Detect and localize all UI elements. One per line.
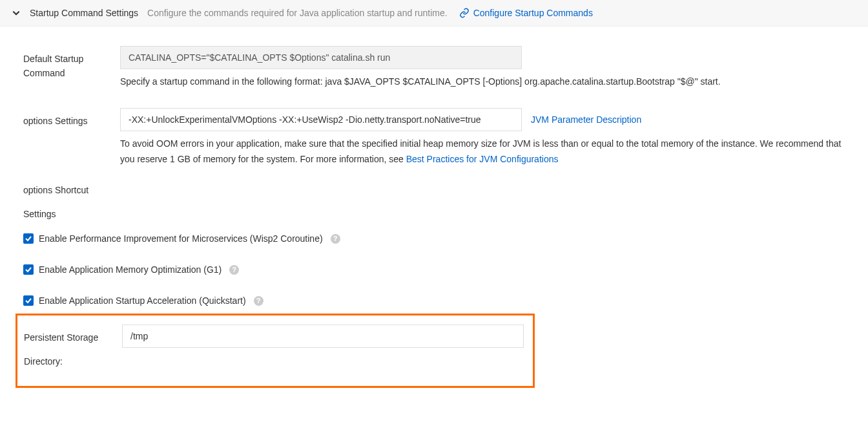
best-practices-link[interactable]: Best Practices for JVM Configurations — [406, 154, 559, 164]
options-settings-row: options Settings JVM Parameter Descripti… — [23, 108, 845, 167]
section-title: Startup Command Settings — [30, 8, 138, 18]
help-icon[interactable]: ? — [254, 296, 264, 306]
default-startup-row: Default Startup Command Specify a startu… — [23, 46, 845, 90]
checkbox-row-quickstart: Enable Application Startup Acceleration … — [23, 295, 845, 306]
checkbox-g1[interactable] — [23, 264, 34, 275]
options-settings-label: options Settings — [23, 108, 120, 128]
link-icon — [459, 8, 470, 18]
default-startup-help: Specify a startup command in the followi… — [120, 74, 845, 90]
jvm-parameter-description-link[interactable]: JVM Parameter Description — [531, 114, 641, 125]
help-icon[interactable]: ? — [229, 265, 239, 275]
persistent-storage-input[interactable] — [122, 325, 524, 348]
checkbox-quickstart-label[interactable]: Enable Application Startup Acceleration … — [39, 295, 246, 306]
checkbox-g1-label[interactable]: Enable Application Memory Optimization (… — [39, 264, 222, 275]
checkbox-row-wisp2: Enable Performance Improvement for Micro… — [23, 233, 845, 244]
checkbox-row-g1: Enable Application Memory Optimization (… — [23, 264, 845, 275]
help-icon[interactable]: ? — [331, 234, 340, 244]
form-content: Default Startup Command Specify a startu… — [0, 27, 868, 414]
default-startup-input — [120, 46, 522, 69]
section-header: Startup Command Settings Configure the c… — [0, 0, 868, 27]
configure-startup-commands-label: Configure Startup Commands — [473, 8, 593, 18]
options-settings-input[interactable] — [120, 108, 522, 131]
checkbox-wisp2[interactable] — [23, 233, 34, 244]
options-settings-help: To avoid OOM errors in your application,… — [120, 136, 845, 167]
persistent-storage-label: Persistent Storage Directory: — [24, 325, 122, 373]
section-description: Configure the commands required for Java… — [147, 8, 448, 18]
checkbox-quickstart[interactable] — [23, 295, 34, 306]
configure-startup-commands-link[interactable]: Configure Startup Commands — [459, 8, 593, 18]
checkbox-wisp2-label[interactable]: Enable Performance Improvement for Micro… — [39, 233, 323, 244]
options-shortcut-label-text: options Shortcut Settings — [23, 178, 94, 226]
persistent-storage-highlight: Persistent Storage Directory: — [16, 314, 535, 388]
default-startup-label: Default Startup Command — [23, 46, 120, 81]
persistent-storage-row: Persistent Storage Directory: — [24, 325, 526, 373]
options-shortcut-label: options Shortcut Settings — [23, 178, 845, 226]
chevron-down-icon[interactable] — [12, 8, 21, 17]
